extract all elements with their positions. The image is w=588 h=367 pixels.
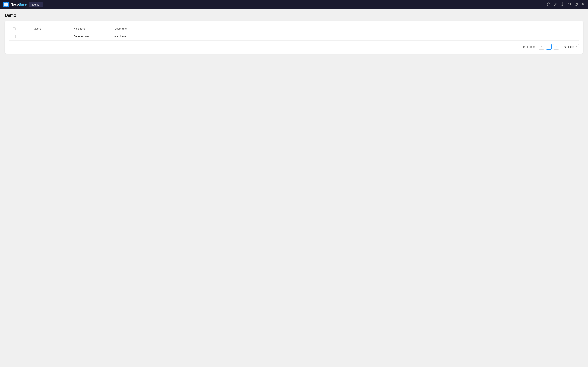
pin-icon[interactable] — [547, 2, 550, 7]
help-icon[interactable] — [575, 2, 578, 7]
checkbox-header — [9, 25, 19, 33]
username-column-header: Username — [111, 25, 152, 33]
page-1-button[interactable]: 1 — [546, 44, 552, 50]
extra-column-header — [152, 25, 579, 33]
pagination-area: Total 1 items ‹ 1 › 20 / page ∨ — [9, 44, 579, 50]
row-actions — [29, 33, 70, 41]
data-table: Actions Nickname Username 1 Super Admin — [9, 25, 579, 41]
svg-point-1 — [562, 4, 563, 4]
nocobase-logo-icon — [3, 2, 9, 7]
next-icon: › — [556, 45, 557, 48]
chevron-down-icon: ∨ — [575, 46, 577, 48]
main-content: Demo Actions Nickname Username — [0, 9, 588, 58]
prev-icon: ‹ — [541, 45, 542, 48]
row-index: 1 — [19, 33, 29, 41]
next-page-button[interactable]: › — [553, 44, 559, 50]
topbar-right — [547, 2, 585, 7]
user-icon[interactable] — [581, 2, 585, 7]
link-icon[interactable] — [554, 2, 557, 7]
table-row: 1 Super Admin nocobase — [9, 33, 579, 41]
settings-icon[interactable] — [561, 2, 564, 7]
prev-page-button[interactable]: ‹ — [539, 44, 544, 50]
index-header — [19, 25, 29, 33]
page-size-label: 20 / page — [563, 45, 574, 48]
mail-icon[interactable] — [568, 2, 571, 7]
row-checkbox-cell — [9, 33, 19, 41]
select-all-checkbox[interactable] — [13, 27, 16, 30]
page-title: Demo — [5, 13, 583, 18]
nickname-column-header: Nickname — [70, 25, 111, 33]
table-card: Actions Nickname Username 1 Super Admin — [5, 21, 583, 54]
svg-point-4 — [582, 3, 584, 4]
row-checkbox[interactable] — [13, 35, 16, 38]
row-extra — [152, 33, 579, 41]
total-items-text: Total 1 items — [520, 45, 535, 48]
row-username: nocobase — [111, 33, 152, 41]
logo-text: NocoBase — [11, 3, 26, 6]
logo-area: NocoBase — [3, 2, 26, 7]
actions-column-header: Actions — [29, 25, 70, 33]
page-size-select[interactable]: 20 / page ∨ — [561, 44, 579, 49]
topbar-left: NocoBase Demo — [3, 2, 43, 7]
row-nickname: Super Admin — [70, 33, 111, 41]
demo-nav-tab[interactable]: Demo — [29, 2, 43, 7]
topbar: NocoBase Demo — [0, 0, 588, 9]
